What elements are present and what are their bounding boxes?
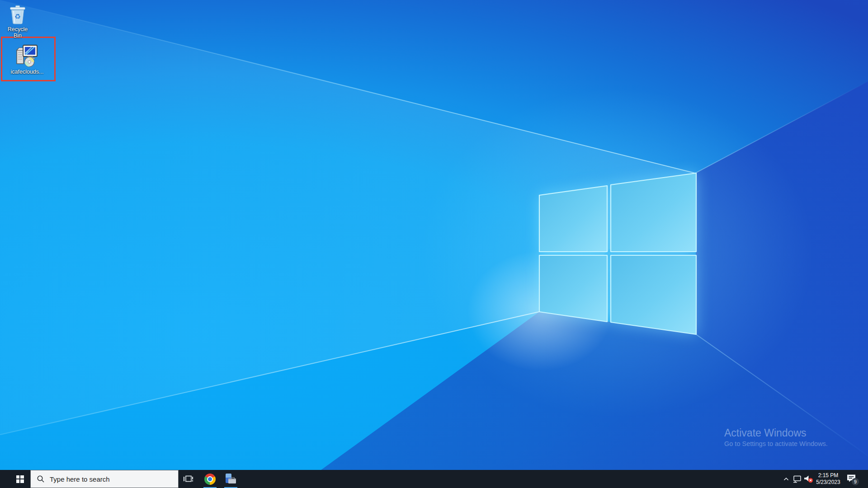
task-view-button[interactable]	[179, 470, 197, 488]
search-icon	[37, 475, 45, 483]
svg-text:♻: ♻	[14, 13, 21, 21]
volume-tray-button[interactable]	[802, 470, 815, 488]
windows-logo-icon	[16, 475, 24, 483]
network-tray-button[interactable]	[792, 470, 802, 488]
taskbar-search[interactable]	[30, 470, 179, 488]
taskbar-clock[interactable]: 2:15 PM 5/23/2023	[815, 470, 842, 488]
clock-time: 2:15 PM	[818, 472, 839, 479]
start-button[interactable]	[0, 470, 30, 488]
search-input[interactable]	[49, 475, 178, 483]
volume-muted-icon	[804, 475, 813, 483]
installer-app-icon	[225, 473, 236, 485]
recycle-bin-icon: ♻	[9, 5, 27, 25]
taskbar: 2:15 PM 5/23/2023 9	[0, 470, 868, 488]
network-icon	[793, 475, 802, 483]
chrome-icon	[204, 474, 216, 485]
installer-taskbar-button[interactable]	[222, 470, 240, 488]
activate-windows-watermark: Activate Windows Go to Settings to activ…	[724, 427, 828, 448]
installer-icon	[15, 44, 39, 67]
chrome-taskbar-button[interactable]	[201, 470, 219, 488]
clock-date: 5/23/2023	[816, 479, 840, 486]
action-center-button[interactable]: 9	[843, 470, 861, 488]
desktop-icon-label: icafeclouds...	[11, 69, 44, 75]
tray-overflow-button[interactable]	[781, 470, 792, 488]
watermark-subtitle: Go to Settings to activate Windows.	[724, 439, 828, 448]
windows-logo	[0, 0, 868, 488]
windows-desktop: ♻ Recycle Bin icafeclouds... Activate Wi…	[0, 0, 868, 488]
chevron-up-icon	[783, 477, 789, 481]
desktop-icon-recycle-bin[interactable]: ♻ Recycle Bin	[4, 5, 32, 39]
desktop-icon-label: Recycle Bin	[4, 26, 32, 39]
notification-badge: 9	[852, 478, 859, 485]
task-view-icon	[183, 474, 193, 483]
desktop-icon-icafeclouds-installer[interactable]: icafeclouds...	[8, 44, 46, 75]
watermark-title: Activate Windows	[724, 427, 828, 439]
